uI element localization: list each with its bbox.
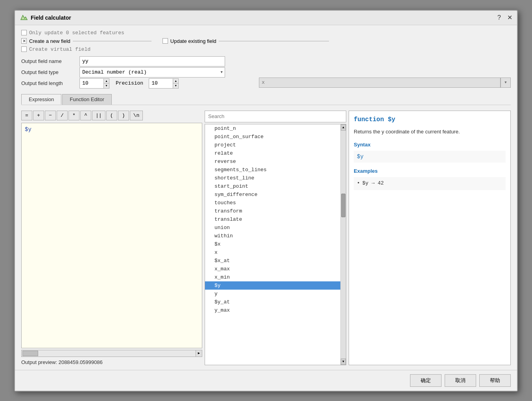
app-icon (20, 14, 28, 22)
list-item[interactable]: $x (205, 240, 346, 248)
create-new-section: Create a new field (21, 38, 151, 44)
cancel-button[interactable]: 取消 (445, 374, 476, 387)
close-button[interactable]: ✕ (507, 14, 512, 21)
func-list-scrollbar: ▲ ▼ (340, 124, 346, 365)
list-item[interactable]: relate (205, 149, 346, 157)
precision-up[interactable]: ▲ (173, 79, 178, 84)
expression-panel: = + − / * ^ || ( ) \n $y (21, 111, 202, 365)
output-length-up[interactable]: ▲ (104, 79, 109, 84)
update-existing-radio[interactable] (163, 38, 168, 44)
create-new-checkbox[interactable] (21, 38, 27, 44)
list-item[interactable]: sym_difference (205, 190, 346, 199)
title-bar: Field calculator ? ✕ (15, 11, 517, 25)
update-existing-label: Update existing field (170, 38, 216, 44)
list-item[interactable]: x_max (205, 265, 346, 273)
op-mul[interactable]: * (68, 111, 79, 120)
precision-spinbox: ▲ ▼ (149, 78, 179, 89)
list-item[interactable]: shortest_line (205, 174, 346, 182)
list-item[interactable]: x (205, 248, 346, 257)
only-update-row: Only update 0 selected features (21, 30, 511, 36)
field-calculator-dialog: Field calculator ? ✕ Only update 0 selec… (14, 10, 518, 392)
op-close-paren[interactable]: ) (118, 111, 129, 120)
help-examples-block: • $y → 42 (354, 177, 506, 190)
new-or-update-row: Create a new field Update existing field (21, 38, 511, 44)
scroll-thumb[interactable] (341, 194, 345, 217)
list-item[interactable]: segments_to_lines (205, 166, 346, 174)
op-eq[interactable]: = (21, 111, 32, 120)
list-item[interactable]: $y (205, 281, 346, 290)
op-plus[interactable]: + (33, 111, 44, 120)
list-item[interactable]: point_on_surface (205, 133, 346, 141)
help-footer-button[interactable]: 帮助 (479, 374, 511, 387)
expression-editor[interactable]: $y (21, 123, 202, 348)
list-item[interactable]: $x_at (205, 257, 346, 265)
op-caret[interactable]: ^ (80, 111, 91, 120)
list-item[interactable]: transform (205, 207, 346, 215)
list-item[interactable]: start_point (205, 182, 346, 190)
dialog-body: Only update 0 selected features Create a… (15, 25, 517, 370)
output-length-input[interactable] (80, 79, 103, 88)
list-item[interactable]: y_max (205, 306, 346, 314)
expr-scrollbar[interactable]: ▶ (21, 350, 202, 357)
precision-label: Precision (116, 80, 143, 86)
help-syntax-block: $y (354, 151, 506, 163)
search-input[interactable] (205, 111, 346, 122)
title-bar-left: Field calculator (20, 14, 71, 22)
list-item[interactable]: $y_at (205, 298, 346, 306)
left-fields: Output field name Output field type Deci… (21, 55, 256, 89)
existing-field-dropdown-btn[interactable]: ▼ (501, 78, 511, 88)
help-example-item: • $y → 42 (357, 179, 502, 188)
function-list-panel: point_npoint_on_surfaceprojectrelatereve… (205, 111, 346, 365)
output-length-btns: ▲ ▼ (103, 79, 109, 88)
output-type-row: Output field type Decimal number (real) (21, 67, 256, 78)
list-item[interactable]: union (205, 224, 346, 232)
scroll-up-btn[interactable]: ▲ (341, 124, 346, 131)
precision-btns: ▲ ▼ (173, 79, 178, 88)
op-pipe[interactable]: || (92, 111, 105, 120)
output-length-row: Output field length ▲ ▼ Precision ▲ (21, 78, 256, 89)
op-open-paren[interactable]: ( (106, 111, 117, 120)
output-length-label: Output field length (21, 80, 76, 86)
function-list-container: point_npoint_on_surfaceprojectrelatereve… (205, 124, 346, 365)
create-new-label: Create a new field (29, 38, 70, 44)
op-newline[interactable]: \n (130, 111, 143, 120)
tab-function-editor[interactable]: Function Editor (62, 94, 111, 105)
output-name-input[interactable] (79, 56, 225, 67)
update-existing-section: Update existing field (163, 38, 329, 44)
op-div[interactable]: / (57, 111, 68, 120)
output-type-label: Output field type (21, 69, 76, 75)
output-name-label: Output field name (21, 58, 76, 64)
ok-button[interactable]: 确定 (410, 374, 441, 387)
only-update-label: Only update 0 selected features (29, 30, 124, 36)
output-length-down[interactable]: ▼ (104, 83, 109, 88)
expr-scroll-right[interactable]: ▶ (196, 350, 202, 357)
op-minus[interactable]: − (45, 111, 56, 120)
list-item[interactable]: x_min (205, 273, 346, 281)
tabs-row: Expression Function Editor (21, 94, 511, 105)
scroll-track (341, 131, 346, 358)
output-type-select[interactable]: Decimal number (real) (79, 67, 225, 78)
help-button[interactable]: ? (497, 14, 501, 21)
scroll-down-btn[interactable]: ▼ (341, 358, 346, 365)
output-preview-value: 2088459.05999086 (59, 359, 103, 365)
only-update-checkbox[interactable] (21, 30, 27, 35)
create-virtual-checkbox[interactable] (21, 46, 27, 52)
list-item[interactable]: point_n (205, 124, 346, 133)
list-item[interactable]: reverse (205, 157, 346, 166)
output-preview-row: Output preview: 2088459.05999086 (21, 359, 202, 365)
tab-expression[interactable]: Expression (21, 94, 61, 105)
precision-down[interactable]: ▼ (173, 83, 178, 88)
list-item[interactable]: project (205, 141, 346, 149)
list-item[interactable]: translate (205, 215, 346, 224)
list-item[interactable]: y (205, 290, 346, 298)
list-item[interactable]: touches (205, 199, 346, 207)
precision-input[interactable] (149, 79, 173, 88)
create-virtual-label: Create virtual field (29, 46, 91, 52)
divider-1 (73, 41, 151, 41)
existing-field-input[interactable] (259, 78, 501, 88)
list-item[interactable]: within (205, 232, 346, 240)
divider-2 (219, 41, 329, 41)
existing-field-area: ▼ (259, 55, 511, 89)
main-area: = + − / * ^ || ( ) \n $y (21, 111, 511, 365)
output-type-select-wrapper: Decimal number (real) (79, 67, 225, 78)
